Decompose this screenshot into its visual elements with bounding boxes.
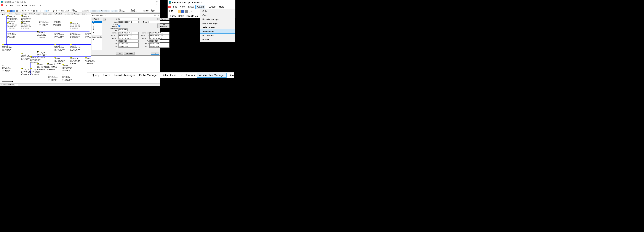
supports-button[interactable]: Supports [81,10,90,12]
assembly-node-icon[interactable] [39,20,40,20]
grid-icon[interactable]: ▦ [33,10,35,12]
ixl-input[interactable] [150,32,170,34]
mxl-input[interactable] [150,42,170,45]
assembly-node-icon[interactable] [37,51,39,52]
ixy-input[interactable] [118,34,138,37]
assembly-node-icon[interactable] [62,64,64,65]
assembly-node-icon[interactable] [85,57,87,58]
list-item[interactable]: 3 [92,24,102,26]
save-icon[interactable] [10,10,12,12]
zoom-new-icon[interactable] [174,10,177,13]
z2-select-case[interactable]: Select Case [160,73,178,77]
maximize-button[interactable]: ▭ [149,1,154,3]
z2-assemblies-manager[interactable]: Assemblies Manager [197,73,226,78]
zoom-menu-help[interactable]: Help [218,5,226,8]
assembly-node-icon[interactable] [70,32,72,32]
tb2-paths-manager[interactable]: Paths Manager [28,13,42,15]
area-input[interactable] [118,21,138,23]
zoom-menu-view[interactable]: View [178,5,187,8]
assembly-node-icon[interactable] [86,32,87,32]
assembly-node-icon[interactable] [70,22,72,23]
assembly-node-icon[interactable] [47,63,49,64]
zoom-sub-solve[interactable]: Solve [177,14,185,17]
list-item[interactable]: 2 [92,23,102,24]
assembly-node-icon[interactable] [54,44,56,45]
dialog-title-bar[interactable]: Assembly Manager — ▭ ✕ [91,13,160,17]
assembly-node-icon[interactable] [62,75,64,75]
assembly-node-icon[interactable] [30,56,32,57]
list-item[interactable]: 1 [92,21,102,23]
wrench-icon[interactable]: 🔧 [58,10,60,12]
menu-draw[interactable]: Draw [14,4,21,6]
redo-icon[interactable]: ↻ [24,10,27,12]
list-item[interactable]: 9 [92,35,102,36]
tb2-solve[interactable]: Solve [8,13,14,15]
assembly-node-icon[interactable] [2,66,4,66]
child-maximize-button[interactable]: ▭ [149,4,154,6]
z2-query[interactable]: Query [90,73,101,77]
minimize-button[interactable]: — [143,1,148,3]
menu-file[interactable]: File [4,4,8,6]
fzl-input[interactable] [150,40,170,42]
menu-view[interactable]: View [8,4,15,6]
search-icon[interactable] [19,10,21,12]
list-item[interactable]: 4 [92,26,102,28]
tb2-results-manager[interactable]: Results Manager [14,13,28,15]
assembly-node-icon[interactable] [30,68,32,69]
arc-icon[interactable]: ⌒ [41,10,44,12]
export-button[interactable]: Export [158,18,170,20]
assembly-node-icon[interactable] [70,57,72,58]
child-minimize-button[interactable]: — [144,4,149,6]
assemblies-button[interactable]: Assemblies [100,10,110,12]
cgpair-input[interactable] [118,28,128,31]
zoom-search-icon[interactable] [189,10,192,13]
zoom-sub-query[interactable]: Query [168,14,177,17]
list-item[interactable]: 7 [92,32,102,33]
legend-button[interactable]: Legend [111,10,118,12]
zoom-menu-pldesin[interactable]: PLDesin [206,5,218,8]
zoom-window-icon[interactable]: ⤢ [27,10,30,12]
assembly-listbox[interactable]: 123456789101112 [92,21,102,36]
zoom-menu-file[interactable]: File [172,5,178,8]
assembly-node-icon[interactable] [48,75,50,75]
maxmin-button[interactable]: Max/Min [142,10,150,12]
zoom-print-icon[interactable] [185,10,188,13]
tb2-query[interactable]: Query [1,13,8,15]
dd-assemblies[interactable]: Assemblies [200,29,235,34]
ok-button[interactable]: OK [151,52,159,55]
z2-paths-manager[interactable]: Paths Manager [137,73,160,77]
assembly-node-icon[interactable] [7,15,9,16]
iyl-input[interactable] [150,37,170,39]
assembly-node-icon[interactable] [54,32,56,32]
assembly-node-icon[interactable] [21,68,23,69]
id-input[interactable] [118,18,138,20]
dd-query[interactable]: Query [200,13,235,17]
dd-beams[interactable]: Beams [200,37,235,42]
zoom-save-icon[interactable] [182,10,184,13]
assembly-node-icon[interactable] [53,20,55,20]
menu-pldesin[interactable]: PLDesin [28,4,37,6]
list-item[interactable]: 8 [92,33,102,35]
menu-action[interactable]: Action [21,4,28,6]
assembly-node-icon[interactable] [54,57,56,58]
list-item[interactable]: 5 [92,28,102,30]
bomb-icon[interactable]: 💣 [53,10,55,12]
assembly-node-icon[interactable] [70,44,72,45]
assembly-node-icon[interactable] [37,31,39,32]
print-icon[interactable] [16,10,18,12]
bcs-button[interactable]: BCs [61,10,64,12]
list-item[interactable]: 6 [92,30,102,32]
tb2-select-case[interactable]: Select Case [42,13,53,15]
assembly-node-icon[interactable] [2,44,4,45]
app-menu-icon[interactable] [1,4,3,6]
menu-help[interactable]: Help [36,4,42,6]
assembly-cells-box[interactable]: 1, [92,38,102,50]
zoom-menu-action[interactable]: Action [196,5,206,9]
select-icon[interactable]: ↖ [44,10,46,12]
zoom-menu-icon[interactable] [168,5,171,8]
zoom-open-icon[interactable] [178,10,181,13]
tb2-pl-controls[interactable]: PL Controls [53,13,64,15]
dialog-minimize-button[interactable]: — [150,14,152,16]
z2-pl-controls[interactable]: PL Controls [179,73,196,77]
mx-input[interactable] [118,42,138,45]
